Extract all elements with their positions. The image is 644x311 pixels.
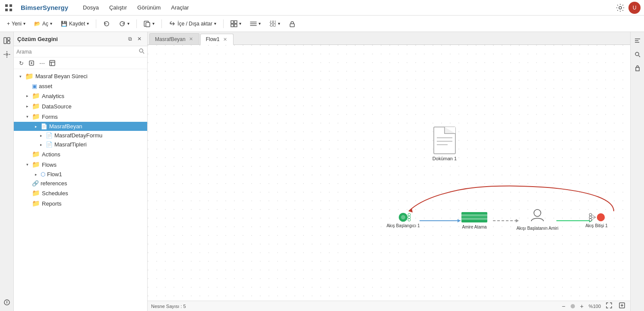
svg-rect-15 [4,38,6,44]
canvas[interactable]: Doküman 1 [148,45,630,301]
svg-rect-3 [9,9,12,11]
toolbar: + Yeni ▾ 📂 Aç ▾ 💾 Kaydet ▾ ▾ ▾ [0,16,644,32]
explorer-restore-btn[interactable]: ⧉ [126,35,134,43]
zoom-out-button[interactable]: − [560,303,567,310]
menu-calistir[interactable]: Çalıştır [105,3,131,13]
zoom-in-button[interactable]: + [578,303,585,310]
node-task1: Amire Atama [461,212,487,229]
tree-item-masrafbeyan[interactable]: ▸ 📄 MasrafBeyan [14,122,147,131]
user-avatar[interactable]: U [628,2,641,14]
tree-item-masrafdetayformu[interactable]: ▸ 📄 MasrafDetayFormu [14,131,147,140]
import-export-button[interactable]: İçe / Dışa aktar ▾ [165,19,220,29]
fit-view-button[interactable] [604,302,614,310]
search-icon[interactable] [139,48,145,55]
menu-gorunum[interactable]: Görünüm [133,3,165,13]
object-count: Nesne Sayısı : 5 [151,304,186,309]
tree-expand-forms[interactable]: ▾ [24,114,30,120]
side-icon-explorer[interactable] [2,35,12,46]
svg-rect-2 [5,9,8,11]
tree-item-analytics[interactable]: ▸ 📁 Analytics [14,91,147,101]
explorer-more-btn[interactable]: ⋯ [37,58,47,68]
tab-masrafbeyan[interactable]: MasrafBeyan ✕ [149,33,199,44]
tree-expand-analytics[interactable]: ▸ [24,93,30,99]
right-icon-properties[interactable] [632,35,643,46]
tree-label-masrafbeyan: MasrafBeyan [49,123,82,130]
svg-rect-5 [146,22,150,27]
explorer-search-input[interactable] [16,49,137,55]
tree-expand-masraftipleri[interactable]: ▸ [38,142,44,148]
tab-masrafbeyan-close[interactable]: ✕ [188,36,194,42]
svg-text:Akış Bitişi 1: Akış Bitişi 1 [585,223,608,228]
menu-dosya[interactable]: Dosya [79,3,103,13]
explorer-refresh-btn[interactable]: ↻ [16,58,26,68]
sep2 [136,19,137,28]
right-icon-info[interactable] [632,63,643,73]
explorer-close-btn[interactable]: ✕ [135,35,144,43]
tree-label-flow1: Flow1 [47,171,62,178]
svg-point-41 [408,213,410,216]
tab-flow1-close[interactable]: ✕ [222,36,228,43]
tree-item-reports[interactable]: ▸ 📁 Reports [14,198,147,209]
svg-rect-13 [273,24,275,26]
side-icon-settings[interactable] [2,49,12,60]
redo-button[interactable]: ▾ [115,19,133,29]
tree-expand-datasource[interactable]: ▸ [24,103,30,109]
tree-item-actions[interactable]: ▸ 📁 Actions [14,149,147,159]
svg-text:Akış Başlangıcı 1: Akış Başlangıcı 1 [386,223,420,228]
tree-item-flows[interactable]: ▾ 📁 Flows [14,159,147,170]
sep3 [161,19,162,28]
open-button[interactable]: 📂 Aç ▾ [31,19,56,29]
right-icon-search[interactable] [632,49,643,60]
tree-root[interactable]: ▾ 📁 Masraf Beyan Süreci [14,71,147,82]
explorer-tree: ▾ 📁 Masraf Beyan Süreci ▸ ▣ asset ▸ 📁 An… [14,69,147,311]
tree-label-datasource: DataSource [42,103,72,110]
svg-rect-14 [290,24,294,27]
app-grid-icon[interactable] [3,3,14,13]
tree-label-actions: Actions [42,151,60,158]
layout-button[interactable]: ▾ [246,19,264,29]
tree-item-schedules[interactable]: ▸ 📁 Schedules [14,188,147,198]
tree-expand-masrafdetayformu[interactable]: ▸ [38,133,44,139]
tree-expand-masrafbeyan[interactable]: ▸ [33,124,39,130]
svg-point-43 [408,219,410,221]
save-button[interactable]: 💾 Kaydet ▾ [57,19,92,29]
tree-expand-root[interactable]: ▾ [17,73,23,79]
fullscreen-button[interactable] [617,302,627,310]
explorer-search-bar [14,46,147,57]
svg-rect-47 [461,218,487,220]
tree-item-masraftipleri[interactable]: ▸ 📄 MasrafTipleri [14,140,147,149]
undo-button[interactable] [100,19,114,29]
top-right: U [616,2,641,14]
tree-item-flow1[interactable]: ▸ ⬡ Flow1 [14,170,147,179]
grid-button[interactable]: ▾ [227,19,245,29]
top-menu: Dosya Çalıştır Görünüm Araçlar [79,3,193,13]
tree-expand-flow1[interactable]: ▸ [33,171,39,178]
copy-button[interactable]: ▾ [140,19,158,29]
tree-item-datasource[interactable]: ▸ 📁 DataSource [14,101,147,111]
menu-araclar[interactable]: Araçlar [167,3,193,13]
svg-rect-17 [7,41,10,44]
svg-point-40 [401,215,405,219]
svg-point-53 [589,219,592,221]
svg-point-20 [139,49,143,52]
tree-item-asset[interactable]: ▸ ▣ asset [14,82,147,91]
tree-label-references: references [41,180,67,187]
svg-point-60 [635,52,639,56]
explorer-view-btn[interactable] [47,58,57,68]
tree-item-references[interactable]: ▸ 🔗 references [14,179,147,188]
svg-rect-9 [234,24,237,27]
left-side-icons [0,32,14,311]
right-side-icons [630,32,644,311]
settings-icon[interactable] [616,3,625,13]
svg-point-51 [589,213,592,216]
tree-expand-flows[interactable]: ▾ [24,162,30,168]
group-button[interactable]: ▾ [266,19,284,29]
tab-flow1[interactable]: Flow1 ✕ [200,34,234,45]
svg-text:Amire Atama: Amire Atama [462,225,487,229]
lock-button[interactable] [285,19,299,29]
side-icon-bottom[interactable] [2,297,12,308]
svg-point-42 [408,216,410,219]
explorer-add-btn[interactable] [27,58,36,68]
new-button[interactable]: + Yeni ▾ [3,19,29,29]
tree-item-forms[interactable]: ▾ 📁 Forms [14,111,147,122]
